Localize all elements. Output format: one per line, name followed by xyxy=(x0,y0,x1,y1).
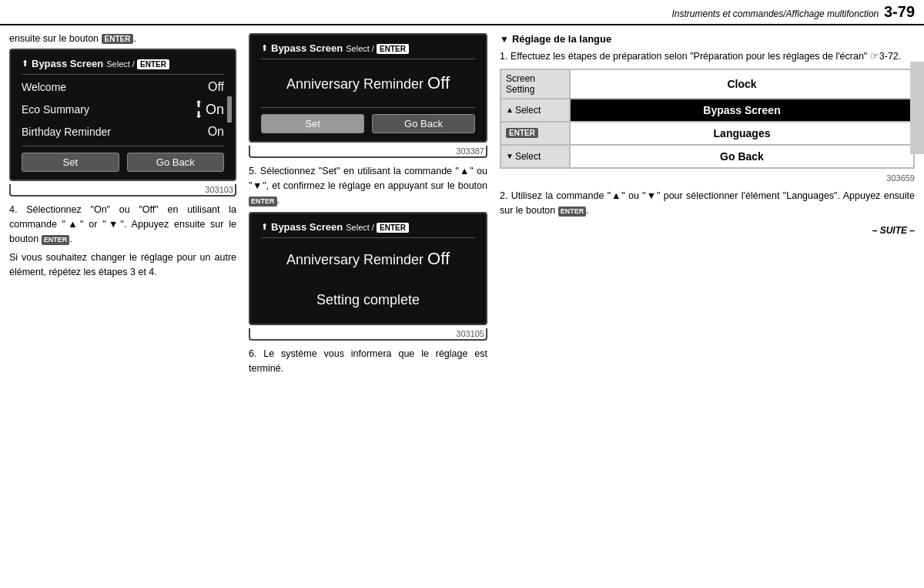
screen-2-center: Anniversary Reminder Off xyxy=(261,66,475,101)
panel-fig: 303659 xyxy=(500,173,915,183)
column-mid: ⬆ Bypass Screen Select / ENTER Anniversa… xyxy=(249,33,487,578)
enter-box-panel: ENTER xyxy=(506,128,538,138)
screen-1: ⬆ Bypass Screen Select / ENTER Welcome O… xyxy=(9,49,236,181)
screen-3-arrow: ⬆ xyxy=(261,222,268,232)
menu-item-eco-value: ⬆⬇On xyxy=(195,99,224,120)
screen-2-arrow: ⬆ xyxy=(261,43,268,53)
sp-value-goback: Go Back xyxy=(570,145,914,168)
enter-inline-r: ENTER xyxy=(558,207,587,217)
menu-item-eco-label: Eco Summary xyxy=(22,103,89,116)
screen-3-title: Bypass Screen xyxy=(271,221,343,233)
screen-2-set-btn[interactable]: Set xyxy=(261,114,364,133)
para-5: 5. Sélectionnez "Set" en utilisant la co… xyxy=(249,164,487,207)
section-heading: ▼ Réglage de la langue xyxy=(500,33,915,45)
para-1: 1. Effectuez les étapes de préparation s… xyxy=(500,49,915,64)
sp-label-1: ▲ Select xyxy=(500,99,570,122)
para-4b: Si vous souhaitez changer le réglage pou… xyxy=(9,250,236,280)
para-2: 2. Utilisez la commande "▲" ou "▼" pour … xyxy=(500,189,915,218)
screen-2-fig: 303387 xyxy=(249,146,487,158)
screen-2-enter-btn: ENTER xyxy=(377,44,409,54)
screen-2-select: Select / ENTER xyxy=(346,44,409,53)
screen-1-fig: 303103 xyxy=(9,184,236,197)
screen-3-reminder: Anniversary Reminder xyxy=(286,252,424,267)
screen-2: ⬆ Bypass Screen Select / ENTER Anniversa… xyxy=(249,33,487,143)
column-left: ensuite sur le bouton ENTER. ⬆ Bypass Sc… xyxy=(9,33,236,578)
sp-value-clock: Clock xyxy=(570,69,914,99)
sp-value-bypass: Bypass Screen xyxy=(570,99,914,122)
screen-1-set-btn[interactable]: Set xyxy=(22,153,119,172)
menu-item-birthday-value: On xyxy=(208,125,224,139)
screen-2-buttons: Set Go Back xyxy=(261,114,475,133)
footnote: – SUITE – xyxy=(500,225,915,236)
screen-3-value: Off xyxy=(427,249,450,268)
intro-text: ensuite sur le bouton ENTER. xyxy=(9,33,236,44)
main-content: ensuite sur le bouton ENTER. ⬆ Bypass Sc… xyxy=(0,25,924,586)
screen-1-select: Select / ENTER xyxy=(106,59,169,69)
column-right: ▼ Réglage de la langue 1. Effectuez les … xyxy=(500,33,915,578)
sp-label-2: ENTER xyxy=(500,122,570,145)
screen-3-center: Anniversary Reminder Off xyxy=(261,241,475,277)
sidebar-tab xyxy=(910,62,924,154)
sp-arrow-down: ▼ xyxy=(506,152,514,160)
header-title: Instruments et commandes/Affichage multi… xyxy=(672,8,879,19)
screen-2-reminder: Anniversary Reminder xyxy=(286,76,424,92)
enter-inline-5: ENTER xyxy=(249,197,277,207)
screen-3-complete: Setting complete xyxy=(261,277,475,316)
para-4: 4. Sélectionnez "On" ou "Off" en utilisa… xyxy=(9,203,236,246)
para-6: 6. Le système vous informera que le régl… xyxy=(249,347,487,376)
menu-item-welcome-label: Welcome xyxy=(22,81,66,93)
screen-2-value: Off xyxy=(427,73,450,92)
screen-1-topbar: ⬆ Bypass Screen Select / ENTER xyxy=(22,58,224,69)
heading-triangle: ▼ xyxy=(500,34,509,45)
topbar-arrow: ⬆ xyxy=(22,59,28,69)
sp-label-3: ▼ Select xyxy=(500,145,570,168)
enter-inline-4: ENTER xyxy=(42,235,70,246)
screen-3-enter-btn: ENTER xyxy=(377,223,409,233)
menu-item-welcome: Welcome Off xyxy=(22,78,224,96)
sp-arrow-up: ▲ xyxy=(506,106,514,114)
screen-3: ⬆ Bypass Screen Select / ENTER Anniversa… xyxy=(249,212,487,325)
screen-3-fig: 303105 xyxy=(249,328,487,341)
screen-2-title: Bypass Screen xyxy=(271,42,343,54)
menu-item-birthday: Birthday Reminder On xyxy=(22,123,224,141)
setting-panel: Screen Setting Clock ▲ Select Bypass Scr… xyxy=(500,69,915,169)
screen-3-select: Select / ENTER xyxy=(346,223,409,232)
screen-1-title: Bypass Screen xyxy=(32,58,103,69)
screen-1-goback-btn[interactable]: Go Back xyxy=(127,153,225,172)
sp-value-languages: Languages xyxy=(570,122,914,145)
screen-3-topbar: ⬆ Bypass Screen Select / ENTER xyxy=(261,221,475,233)
screen-2-goback-btn[interactable]: Go Back xyxy=(372,114,475,133)
scroll-bar xyxy=(227,96,232,123)
heading-text: Réglage de la langue xyxy=(512,33,611,45)
screen-2-topbar: ⬆ Bypass Screen Select / ENTER xyxy=(261,42,475,54)
screen-1-enter-btn: ENTER xyxy=(137,59,169,69)
page-number: 3-79 xyxy=(884,3,915,20)
sp-label-text: Screen Setting xyxy=(506,73,564,95)
menu-item-welcome-value: Off xyxy=(208,80,224,94)
sp-label-0: Screen Setting xyxy=(500,69,570,99)
enter-label-inline: ENTER xyxy=(102,34,134,44)
menu-item-birthday-label: Birthday Reminder xyxy=(22,126,111,138)
screen-1-buttons: Set Go Back xyxy=(22,153,224,172)
menu-item-eco: Eco Summary ⬆⬇On xyxy=(22,96,224,123)
page-header: Instruments et commandes/Affichage multi… xyxy=(0,0,924,25)
